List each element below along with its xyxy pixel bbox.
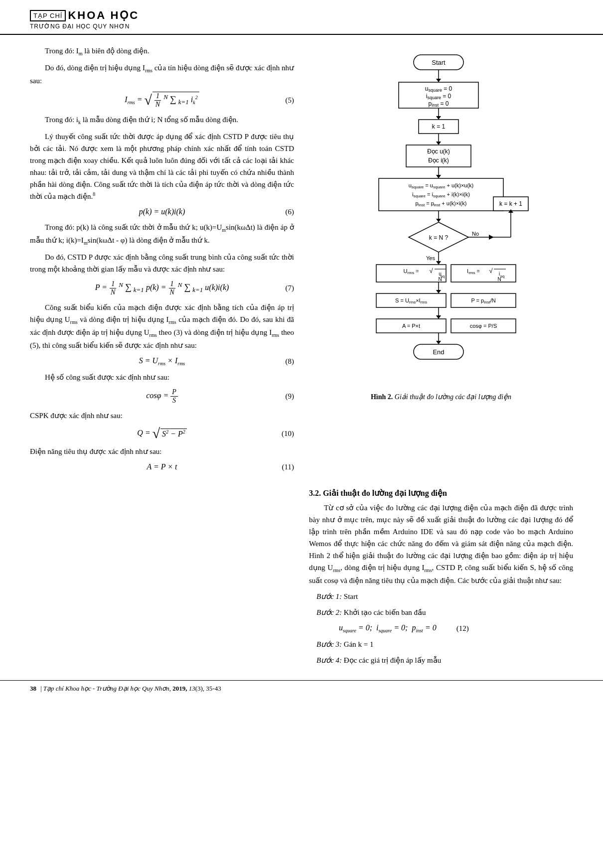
formula-5-content: Irms = √ 1 N N ∑ k=1 [125, 92, 199, 109]
footer-journal: Tạp chí Khoa học - Trường Đại học Quy Nh… [42, 685, 221, 693]
formula-8-number: (8) [286, 357, 295, 366]
right-column: Start usquare = 0 isquare = 0 pinst = 0 … [309, 45, 573, 476]
para-im: Trong đó: Im là biên độ dòng điện. [30, 45, 294, 58]
formula-12-content: usquare = 0; isquare = 0; pinst = 0 [339, 623, 437, 633]
footer: 38 | Tạp chí Khoa học - Trường Đại học Q… [0, 680, 603, 697]
svg-text:N: N [497, 277, 501, 282]
formula-5: Irms = √ 1 N N ∑ k=1 [30, 92, 294, 109]
formula-8: S = Urms × Irms (8) [30, 356, 294, 366]
para-he-so: Hệ số công suất được xác định như sau: [30, 371, 294, 383]
figure-caption-label: Hình 2. [371, 393, 393, 401]
svg-text:pinst = 0: pinst = 0 [428, 100, 449, 108]
step4-text: Bước 4: Đọc các giá trị điện áp lấy mẫu [309, 654, 573, 666]
svg-marker-59 [436, 315, 441, 319]
footer-volume: 13 [189, 685, 195, 692]
step1-label: Bước 1: [316, 592, 342, 600]
figure-caption-text: Giải thuật đo lường các đại lượng điện [395, 393, 511, 401]
flowchart-svg: Start usquare = 0 isquare = 0 pinst = 0 … [349, 50, 533, 389]
svg-text:k = 1: k = 1 [432, 123, 446, 130]
formula-10: Q = √ S2 − P2 (10) [30, 427, 294, 440]
svg-marker-53 [436, 290, 441, 293]
formula-10-content: Q = √ S2 − P2 [137, 427, 186, 440]
para-do-do-cstd: Do đó, CSTD P được xác định bằng công su… [30, 251, 294, 275]
sqrt-10: √ S2 − P2 [152, 427, 187, 440]
para-ik: Trong đó: ik là mẫu dòng điện thứ i; N t… [30, 114, 294, 127]
svg-marker-3 [436, 79, 441, 82]
formula-7: P = 1 N N ∑ k=1 p(k) = 1 N [30, 280, 294, 296]
formula-11-number: (11) [282, 463, 294, 471]
formula-7-content: P = 1 N N ∑ k=1 p(k) = 1 N [95, 280, 229, 296]
step2-label: Bước 2: [316, 608, 342, 616]
svg-text:cosφ = P/S: cosφ = P/S [470, 323, 497, 329]
svg-text:No: No [472, 231, 479, 237]
svg-marker-31 [489, 235, 494, 240]
header: TẠP CHÍ KHOA HỌC TRƯỜNG ĐẠI HỌC QUY NHƠN [0, 0, 603, 35]
bottom-section: 3.2. Giải thuật đo lường đại lượng điện … [0, 481, 603, 670]
footer-journal-text: Tạp chí Khoa học - Trường Đại học Quy Nh… [43, 685, 171, 692]
svg-text:√: √ [489, 267, 493, 275]
formula-10-number: (10) [282, 430, 294, 438]
step1-text: Bước 1: Start [309, 590, 573, 602]
para-section32: Từ cơ sở của việc đo lường các đại lượng… [309, 502, 573, 586]
formula-6: p(k) = u(k)i(k) (6) [30, 207, 294, 216]
svg-marker-9 [436, 116, 441, 120]
svg-text:Yes: Yes [426, 255, 435, 261]
svg-marker-37 [436, 261, 441, 265]
svg-text:√: √ [429, 267, 433, 275]
figure-caption: Hình 2. Giải thuật đo lường các đại lượn… [371, 393, 511, 401]
formula-9-number: (9) [286, 392, 295, 401]
khoa-hoc-label: KHOA HỌC [68, 9, 139, 22]
step3-label: Bước 3: [316, 640, 342, 648]
footer-issue: (3), [195, 685, 204, 692]
svg-text:k = k + 1: k = k + 1 [499, 200, 522, 207]
formula-6-number: (6) [286, 208, 295, 216]
formula-12: usquare = 0; isquare = 0; pinst = 0 (12) [309, 623, 573, 633]
para-cspk: CSPK được xác định như sau: [30, 410, 294, 422]
svg-rect-45 [451, 265, 516, 282]
svg-marker-13 [436, 142, 441, 145]
svg-marker-18 [436, 175, 441, 178]
footer-year: 2019, [172, 685, 187, 692]
svg-text:N: N [438, 277, 442, 282]
footer-pages: 35-43 [206, 685, 221, 692]
para-irms-intro: Do đó, dòng điện trị hiệu dụng Irms của … [30, 62, 294, 87]
svg-text:Đọc i(k): Đọc i(k) [428, 157, 449, 164]
para-dien-nang: Điện năng tiêu thụ được xác định như sau… [30, 445, 294, 457]
svg-marker-65 [436, 341, 441, 344]
footer-page: 38 [30, 685, 36, 693]
header-left: TẠP CHÍ KHOA HỌC TRƯỜNG ĐẠI HỌC QUY NHƠN [30, 9, 139, 31]
tap-chi-label: TẠP CHÍ [30, 10, 66, 21]
para-ly-thuyet: Lý thuyết công suất tức thời được áp dụn… [30, 131, 294, 202]
formula-7-number: (7) [286, 284, 295, 292]
formula-5-number: (5) [286, 96, 295, 105]
main-content: Trong đó: Im là biên độ dòng điện. Do đó… [0, 35, 603, 476]
step3-text: Bước 3: Gán k = 1 [309, 638, 573, 650]
page: TẠP CHÍ KHOA HỌC TRƯỜNG ĐẠI HỌC QUY NHƠN… [0, 0, 603, 868]
svg-text:P = pinst/N: P = pinst/N [471, 297, 495, 304]
truong-label: TRƯỜNG ĐẠI HỌC QUY NHƠN [30, 23, 139, 31]
para-cong-suat-bieu-kien: Công suất biểu kiến của mạch điện được x… [30, 301, 294, 351]
bottom-left [30, 481, 294, 670]
section-32-heading: 3.2. Giải thuật đo lường đại lượng điện [309, 488, 573, 498]
sqrt-5: √ 1 N N ∑ k=1 ik2 [144, 92, 199, 109]
svg-text:Đọc u(k): Đọc u(k) [427, 148, 450, 155]
para-pk: Trong đó: p(k) là công suất tức thời ở m… [30, 221, 294, 247]
flowchart-figure: Start usquare = 0 isquare = 0 pinst = 0 … [309, 50, 573, 401]
bottom-right: 3.2. Giải thuật đo lường đại lượng điện … [309, 481, 573, 670]
svg-text:A = P×t: A = P×t [402, 323, 420, 329]
header-title-row: TẠP CHÍ KHOA HỌC [30, 9, 139, 22]
formula-12-number: (12) [456, 624, 469, 633]
formula-9-content: cosφ = P S [146, 388, 178, 405]
formula-6-content: p(k) = u(k)i(k) [139, 207, 185, 216]
formula-8-content: S = Urms × Irms [139, 356, 185, 366]
left-column: Trong đó: Im là biên độ dòng điện. Do đó… [30, 45, 294, 476]
svg-text:k = N ?: k = N ? [429, 234, 449, 241]
svg-text:Start: Start [432, 59, 446, 66]
step2-text: Bước 2: Khởi tạo các biến ban đầu [309, 606, 573, 618]
svg-text:End: End [433, 348, 444, 356]
formula-11: A = P × t (11) [30, 462, 294, 471]
formula-9: cosφ = P S (9) [30, 388, 294, 405]
step4-label: Bước 4: [316, 656, 342, 664]
formula-11-content: A = P × t [147, 462, 177, 471]
svg-marker-26 [436, 219, 441, 222]
